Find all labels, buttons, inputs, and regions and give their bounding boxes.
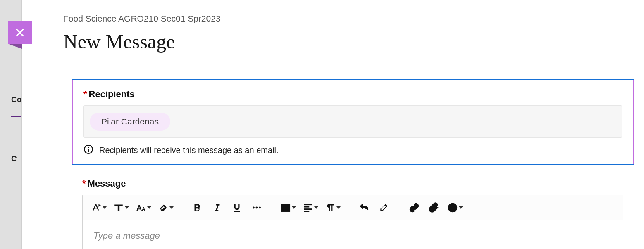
font-family-button[interactable]	[111, 199, 131, 217]
svg-rect-18	[304, 211, 309, 212]
recipients-info: Recipients will receive this message as …	[83, 144, 622, 156]
undo-button[interactable]	[355, 199, 373, 217]
editor-toolbar	[83, 195, 623, 220]
attach-button[interactable]	[425, 199, 443, 217]
svg-point-9	[259, 207, 261, 209]
panel-header: Food Science AGRO210 Sec01 Spr2023 New M…	[22, 0, 644, 71]
toolbar-separator	[182, 201, 182, 214]
italic-button[interactable]	[208, 199, 226, 217]
close-icon	[14, 27, 25, 38]
panel-body: *Recipients Pilar Cardenas Recipients wi…	[22, 71, 644, 249]
close-button-tail	[8, 44, 22, 49]
caret-icon	[169, 204, 174, 211]
toolbar-separator	[272, 201, 272, 214]
slideout-panel: Food Science AGRO210 Sec01 Spr2023 New M…	[21, 0, 644, 249]
recipients-label-text: Recipients	[89, 89, 135, 99]
caret-icon	[103, 204, 107, 211]
svg-rect-10	[281, 204, 290, 211]
recipient-chip[interactable]: Pilar Cardenas	[90, 113, 170, 131]
required-asterisk: *	[82, 178, 86, 189]
svg-point-7	[253, 207, 255, 209]
message-section: *Message	[72, 178, 634, 249]
more-formatting-button[interactable]	[248, 199, 266, 217]
underline-button[interactable]	[228, 199, 246, 217]
insert-button[interactable]	[445, 199, 465, 217]
svg-rect-17	[304, 208, 312, 210]
text-style-button[interactable]	[88, 199, 109, 217]
recipients-label: *Recipients	[83, 89, 622, 100]
font-size-button[interactable]	[133, 199, 154, 217]
breadcrumb: Food Science AGRO210 Sec01 Spr2023	[63, 14, 644, 24]
caret-icon	[147, 204, 151, 211]
link-button[interactable]	[405, 199, 423, 217]
toolbar-separator	[349, 201, 349, 214]
toolbar-separator	[399, 201, 399, 214]
table-button[interactable]	[278, 199, 298, 217]
caret-icon	[314, 204, 318, 211]
message-label: *Message	[82, 178, 623, 189]
page-title: New Message	[63, 30, 644, 53]
close-button[interactable]	[8, 21, 32, 44]
svg-point-8	[256, 207, 258, 209]
caret-icon	[459, 204, 463, 211]
bold-button[interactable]	[188, 199, 206, 217]
clear-formatting-button[interactable]	[375, 199, 393, 217]
bg-text: Co	[11, 95, 21, 104]
svg-rect-16	[304, 206, 309, 208]
svg-rect-15	[304, 204, 312, 205]
paragraph-button[interactable]	[322, 199, 343, 217]
info-icon	[83, 144, 93, 156]
message-textarea[interactable]: Type a message	[83, 220, 623, 249]
message-label-text: Message	[88, 178, 126, 189]
alignment-button[interactable]	[300, 199, 321, 217]
rich-text-editor: Type a message	[82, 195, 623, 249]
svg-point-3	[88, 147, 89, 148]
text-color-button[interactable]	[155, 199, 176, 217]
new-message-panel: Co C D Food Science AGRO210 Sec01 Spr202…	[0, 0, 644, 249]
recipients-input[interactable]: Pilar Cardenas	[83, 105, 622, 138]
recipients-section: *Recipients Pilar Cardenas Recipients wi…	[72, 79, 634, 165]
bg-text: C	[11, 116, 21, 175]
caret-icon	[292, 204, 296, 211]
required-asterisk: *	[83, 89, 87, 99]
caret-icon	[336, 204, 341, 211]
caret-icon	[125, 204, 129, 211]
recipients-info-text: Recipients will receive this message as …	[99, 146, 279, 155]
